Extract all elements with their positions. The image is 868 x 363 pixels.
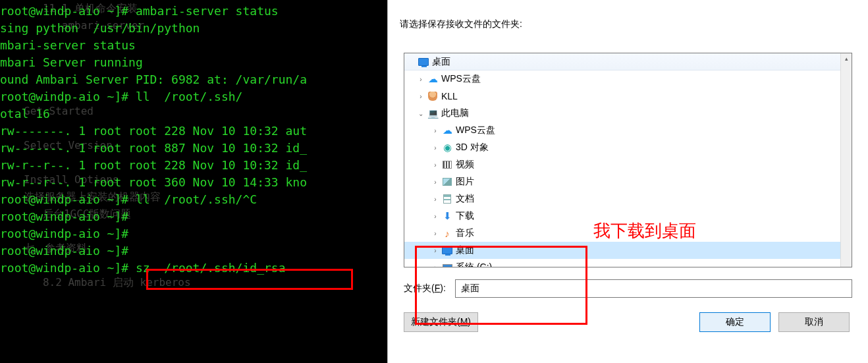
terminal-pane[interactable]: 11.1 单机命令安装 ambari-server Get Started Se…	[0, 0, 387, 363]
tree-item-label: WPS云盘	[441, 73, 481, 85]
expander-icon[interactable]: ›	[431, 196, 440, 203]
tree-item-label: 桌面	[456, 244, 474, 256]
tree-item[interactable]: ›☁WPS云盘	[404, 70, 852, 88]
terminal-output: root@windp-aio ~]# ambari-server statuss…	[0, 0, 387, 363]
desktop-icon	[441, 245, 453, 256]
expander-icon[interactable]: ›	[431, 179, 440, 186]
pic-icon	[441, 177, 453, 187]
dialog-prompt-label: 请选择保存接收文件的文件夹:	[388, 0, 868, 30]
tree-item-label: 此电脑	[441, 107, 469, 119]
tree-item-label: 桌面	[432, 56, 450, 68]
video-icon	[441, 159, 453, 170]
folder-field-label: 文件夹(F):	[404, 283, 446, 294]
tree-item-label: 文档	[456, 193, 474, 205]
cloud-icon: ☁	[441, 125, 453, 136]
tree-item[interactable]: ›◉3D 对象	[404, 139, 852, 156]
expander-icon[interactable]: ›	[431, 144, 440, 152]
doc-icon	[441, 194, 453, 204]
tree-item[interactable]: ›系统 (C:)	[404, 259, 852, 267]
expander-icon[interactable]: ›	[431, 127, 440, 134]
tree-item-label: WPS云盘	[456, 125, 495, 136]
person-icon	[427, 91, 439, 101]
tree-item[interactable]: ›图片	[404, 173, 852, 190]
new-folder-button[interactable]: 新建文件夹(M)	[404, 312, 478, 332]
down-icon: ⬇	[441, 211, 453, 221]
expander-icon[interactable]: ›	[431, 161, 440, 169]
tree-item[interactable]: ⌄💻此电脑	[404, 105, 852, 122]
cloud-icon: ☁	[427, 74, 439, 84]
annotation-text: 我下载到桌面	[593, 219, 696, 242]
expander-icon[interactable]: ›	[416, 76, 425, 83]
tree-item[interactable]: ›KLL	[404, 88, 852, 105]
pc-icon: 💻	[427, 108, 439, 119]
tree-item[interactable]: ›文档	[404, 190, 852, 208]
tree-item-label: 系统 (C:)	[456, 262, 492, 267]
tree-item-label: 图片	[456, 176, 474, 188]
dialog-button-row: 新建文件夹(M) 确定 取消	[404, 312, 850, 332]
expander-icon[interactable]: ⌄	[416, 110, 425, 117]
3d-icon: ◉	[441, 142, 453, 153]
drive-icon	[441, 262, 453, 267]
tree-root-desktop[interactable]: 桌面	[404, 53, 852, 70]
music-icon: ♪	[441, 228, 453, 238]
tree-item[interactable]: ›视频	[404, 156, 852, 173]
tree-item-label: 音乐	[456, 227, 474, 239]
expander-icon[interactable]: ›	[431, 230, 440, 237]
expander-icon[interactable]: ›	[431, 213, 440, 220]
expander-icon[interactable]: ›	[416, 93, 425, 100]
folder-name-input[interactable]	[455, 279, 852, 298]
tree-item-label: KLL	[441, 91, 458, 101]
expander-icon[interactable]: ›	[431, 247, 440, 254]
desktop-icon	[418, 57, 429, 67]
expander-icon[interactable]: ›	[431, 264, 440, 268]
tree-item-label: 视频	[456, 159, 474, 171]
tree-item-label: 3D 对象	[456, 142, 489, 154]
folder-name-row: 文件夹(F):	[404, 279, 852, 298]
tree-item-label: 下载	[456, 210, 474, 222]
tree-item[interactable]: ›桌面	[404, 242, 852, 259]
ok-button[interactable]: 确定	[699, 312, 771, 332]
tree-item[interactable]: ›☁WPS云盘	[404, 122, 852, 139]
tree-scrollbar[interactable]	[840, 53, 852, 267]
cancel-button[interactable]: 取消	[778, 312, 850, 332]
folder-select-dialog: 请选择保存接收文件的文件夹: 桌面 ›☁WPS云盘›KLL⌄💻此电脑›☁WPS云…	[387, 0, 868, 363]
